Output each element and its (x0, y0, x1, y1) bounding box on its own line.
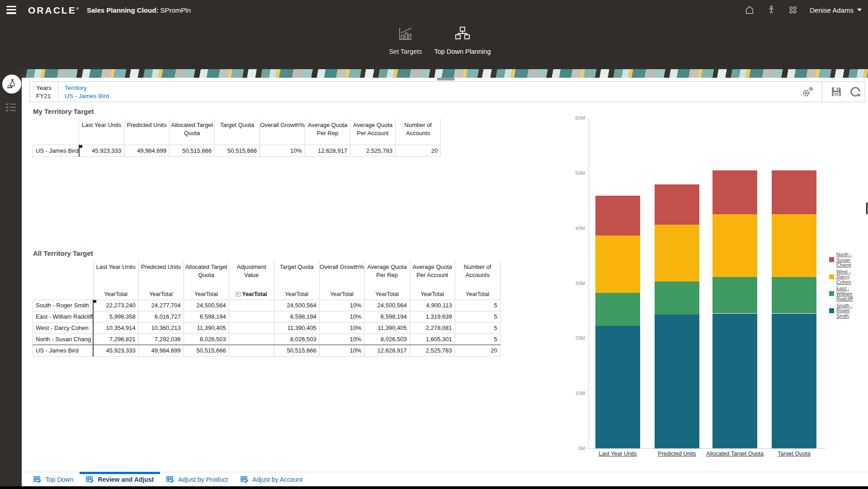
row-header[interactable]: US - James Bird (33, 145, 79, 156)
grid-cell[interactable]: 10% (319, 334, 364, 345)
home-icon[interactable] (745, 5, 755, 15)
grid-cell[interactable]: 22,273,240 (93, 300, 138, 311)
grid-cell[interactable]: 7,292,036 (138, 334, 184, 345)
grid-cell[interactable]: 24,500,564 (364, 300, 410, 311)
bar-segment[interactable] (712, 314, 757, 448)
bar-segment[interactable] (772, 314, 816, 448)
grid-cell[interactable]: 24,500,564 (184, 300, 229, 311)
column-header[interactable]: Average Quota Per Rep (305, 118, 350, 145)
grid-cell[interactable]: 2,278,081 (410, 322, 455, 334)
row-header[interactable]: East - William Radcliff (33, 311, 94, 322)
bar-segment[interactable] (595, 326, 640, 448)
grid-cell[interactable] (229, 311, 274, 322)
grid-cell[interactable]: 24,277,704 (138, 300, 184, 311)
grid-cell[interactable]: 2,525,783 (410, 345, 455, 356)
grid-cell[interactable]: 49,984,699 (124, 145, 170, 156)
column-header[interactable]: Allocated Target QuotaYearTotal (184, 260, 229, 300)
grid-cell[interactable]: 6,598,194 (364, 311, 410, 322)
expand-icon[interactable]: + (236, 292, 241, 296)
legend-item[interactable]: South - Roger Smith (829, 303, 863, 319)
grid-cell[interactable]: 10% (319, 311, 364, 322)
bar-segment[interactable] (655, 282, 699, 315)
column-subheader[interactable]: YearTotal (455, 291, 500, 297)
grid-cell[interactable]: 11,390,405 (184, 322, 229, 334)
grid-cell[interactable] (229, 322, 274, 334)
pov-territory-label[interactable]: Territory (65, 85, 109, 91)
apps-grid-icon[interactable] (788, 5, 798, 15)
grid-cell[interactable]: 2,525,783 (350, 145, 396, 156)
bar-segment[interactable] (595, 196, 640, 236)
column-subheader[interactable]: YearTotal (365, 291, 410, 297)
grid-cell[interactable]: 10% (260, 145, 305, 156)
grid-cell[interactable]: 8,026,503 (184, 334, 229, 345)
grid-cell[interactable]: 6,598,194 (274, 311, 319, 322)
tab-review-and-adjust[interactable]: Review and Adjust (80, 472, 160, 486)
column-header[interactable]: Predicted UnitsYearTotal (138, 260, 184, 300)
column-header[interactable]: Last Year UnitsYearTotal (93, 260, 138, 300)
grid-cell[interactable]: 20 (396, 145, 441, 156)
grid-cell[interactable]: 6,598,194 (184, 311, 229, 322)
sidebar-active-task-button[interactable] (2, 75, 21, 94)
grid-cell[interactable]: 49,984,699 (138, 345, 184, 356)
grid-cell[interactable]: 5 (455, 334, 500, 345)
grid-cell[interactable]: 5 (455, 300, 500, 311)
column-header[interactable]: Adjustment Value+YearTotal (229, 260, 274, 300)
legend-item[interactable]: North - Susan Chang (829, 252, 863, 268)
row-header[interactable]: South - Roger Smith (33, 300, 94, 311)
bar-segment[interactable] (772, 170, 816, 215)
column-header[interactable]: Target QuotaYearTotal (274, 260, 319, 300)
column-header[interactable]: Predicted Units (124, 118, 170, 145)
column-header[interactable]: Overall Growth% (260, 118, 305, 145)
hamburger-menu-icon[interactable] (6, 6, 16, 14)
grid-cell[interactable]: 8,026,503 (364, 334, 410, 345)
column-header[interactable]: Average Quota Per RepYearTotal (364, 260, 410, 300)
bar-segment[interactable] (712, 277, 757, 313)
pov-territory-value[interactable]: US - James Bird (65, 93, 109, 99)
column-header[interactable]: Average Quota Per Account (350, 118, 396, 145)
grid-cell[interactable] (229, 334, 274, 345)
tab-adjust-by-product[interactable]: Adjust by Product (160, 472, 234, 486)
row-header[interactable]: US - James Bird (33, 345, 94, 356)
column-subheader[interactable]: YearTotal (410, 291, 455, 297)
settings-gears-icon[interactable] (801, 85, 815, 99)
grid-cell[interactable]: 1,605,301 (410, 334, 455, 345)
column-header[interactable]: Last Year Units (79, 118, 124, 145)
column-subheader[interactable]: YearTotal (184, 291, 229, 297)
column-header[interactable]: Target Quota (215, 118, 260, 145)
grid-cell[interactable]: 50,515,666 (274, 345, 319, 356)
column-header[interactable]: Allocated Target Quota (170, 118, 215, 145)
grid-cell[interactable]: 50,515,666 (184, 345, 229, 356)
grid-cell[interactable]: 12,628,917 (305, 145, 350, 156)
grid-cell[interactable]: 10% (319, 300, 364, 311)
x-category-label[interactable]: Target Quota (760, 451, 828, 457)
grid-cell[interactable]: 1,319,639 (410, 311, 455, 322)
column-header[interactable]: Number of AccountsYearTotal (455, 260, 500, 300)
grid-cell[interactable]: 10% (319, 322, 364, 334)
refresh-icon[interactable] (849, 85, 862, 99)
grid-cell[interactable]: 11,390,405 (364, 322, 410, 334)
user-menu[interactable]: Denise Adams (810, 6, 862, 14)
grid-cell[interactable]: 50,515,666 (170, 145, 215, 156)
column-subheader[interactable]: YearTotal (274, 291, 319, 297)
column-subheader[interactable]: YearTotal (94, 291, 138, 297)
grid-cell[interactable]: 11,390,405 (274, 322, 319, 334)
bar-segment[interactable] (595, 235, 640, 292)
grid-cell[interactable]: 7,296,821 (93, 334, 138, 345)
save-icon[interactable] (830, 85, 843, 99)
column-header[interactable]: Average Quota Per AccountYearTotal (410, 260, 455, 300)
bar-segment[interactable] (772, 277, 816, 313)
grid-cell[interactable]: 5 (455, 311, 500, 322)
tab-adjust-by-account[interactable]: Adjust by Account (234, 472, 309, 486)
grid-cell[interactable]: 4,900,113 (410, 300, 455, 311)
grid-cell[interactable]: 20 (455, 345, 500, 356)
column-subheader[interactable]: YearTotal (320, 291, 364, 297)
grid-cell[interactable]: 5 (455, 322, 500, 334)
row-header[interactable]: West - Darcy Cohen (33, 322, 94, 334)
panel-drag-handle[interactable] (437, 78, 455, 80)
grid-cell[interactable]: 10,360,213 (138, 322, 184, 334)
grid-cell[interactable]: 5,998,358 (93, 311, 138, 322)
bar-segment[interactable] (655, 225, 699, 282)
grid-cell[interactable]: 10% (319, 345, 364, 356)
grid-cell[interactable]: 45,923,333 (79, 145, 124, 156)
grid-cell[interactable]: 50,515,666 (215, 145, 260, 156)
